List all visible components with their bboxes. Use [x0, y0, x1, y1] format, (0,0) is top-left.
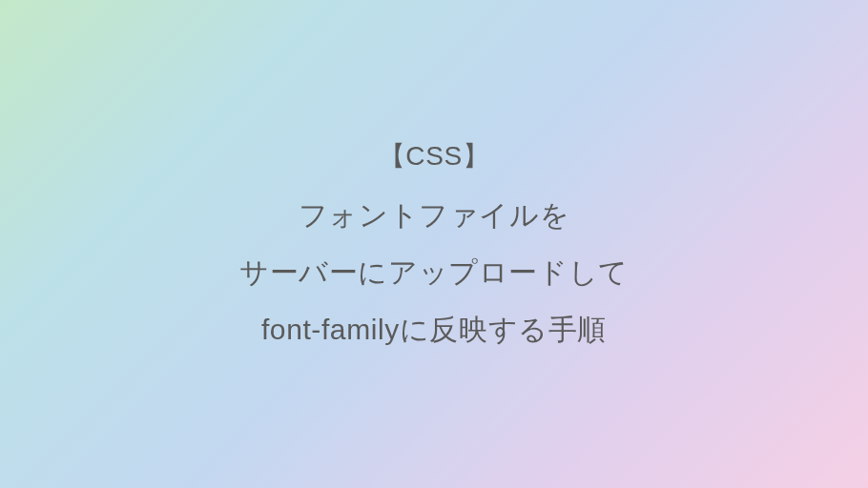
title-card: 【CSS】 フォントファイルを サーバーにアップロードして font-famil…	[239, 130, 629, 358]
title-line-2: フォントファイルを	[239, 187, 629, 244]
title-line-3: サーバーにアップロードして	[239, 244, 629, 301]
title-line-4: font-familyに反映する手順	[239, 301, 629, 358]
title-line-1: 【CSS】	[239, 130, 629, 183]
